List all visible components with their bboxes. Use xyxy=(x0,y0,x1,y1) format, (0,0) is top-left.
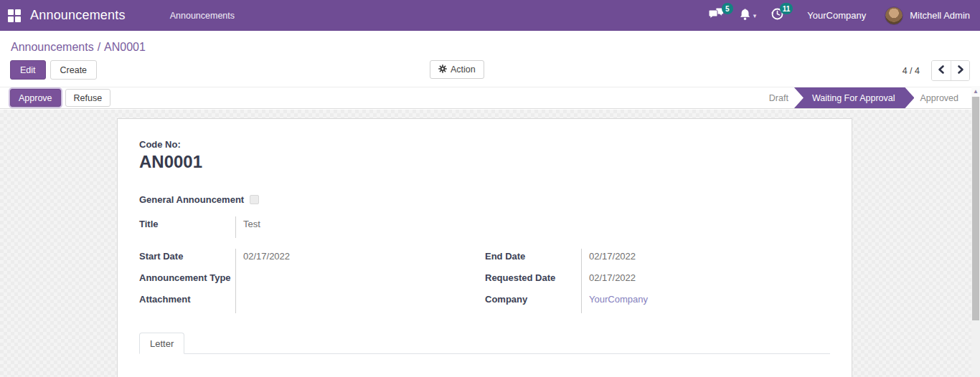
title-label: Title xyxy=(139,216,235,238)
pager-buttons xyxy=(931,60,970,81)
refuse-button[interactable]: Refuse xyxy=(65,89,111,107)
breadcrumb-current: AN0001 xyxy=(104,41,146,53)
announcement-type-value xyxy=(235,270,485,292)
app-brand-title[interactable]: Announcements xyxy=(30,8,126,23)
apps-menu-button[interactable] xyxy=(0,0,29,31)
breadcrumb-parent-link[interactable]: Announcements xyxy=(11,41,94,53)
end-date-label: End Date xyxy=(485,249,581,270)
form-buttons: Edit Create xyxy=(10,60,97,80)
user-avatar xyxy=(885,6,903,25)
start-date-row: Start Date 02/17/2022 xyxy=(139,249,485,270)
app-window: Announcements Announcements 5 xyxy=(0,0,980,377)
top-navbar: Announcements Announcements 5 xyxy=(0,0,980,31)
pager: 4 / 4 xyxy=(903,60,970,81)
start-date-label: Start Date xyxy=(139,249,235,270)
stage-waiting-for-approval[interactable]: Waiting For Approval xyxy=(794,87,915,108)
pager-previous-button[interactable] xyxy=(932,61,951,80)
bell-icon xyxy=(739,8,751,24)
tab-letter[interactable]: Letter xyxy=(139,333,184,354)
scrollbar-thumb[interactable] xyxy=(972,97,979,320)
code-no-label: Code No: xyxy=(139,139,830,150)
control-panel: Announcements/AN0001 Edit Create xyxy=(0,31,980,87)
stage-approved[interactable]: Approved xyxy=(915,87,963,108)
company-link[interactable]: YourCompany xyxy=(581,292,830,313)
user-name: Mitchell Admin xyxy=(910,10,970,21)
activities-button[interactable]: 11 xyxy=(763,0,791,31)
pager-next-button[interactable] xyxy=(951,61,969,80)
action-label: Action xyxy=(451,65,476,75)
general-announcement-checkbox xyxy=(250,195,259,204)
requested-date-value: 02/17/2022 xyxy=(581,270,830,292)
attachment-row: Attachment xyxy=(139,292,485,313)
company-label: Company xyxy=(485,292,581,313)
status-stages: Draft Waiting For Approval Approved xyxy=(765,87,963,108)
general-announcement-row: General Announcement xyxy=(139,194,830,205)
tab-divider xyxy=(139,353,830,354)
company-row: Company YourCompany xyxy=(485,292,830,313)
fields-grid: Start Date 02/17/2022 Announcement Type … xyxy=(139,249,830,313)
general-announcement-label: General Announcement xyxy=(139,194,244,205)
attachment-label: Attachment xyxy=(139,292,235,313)
end-date-row: End Date 02/17/2022 xyxy=(485,249,830,270)
chevron-right-icon xyxy=(956,65,965,77)
record-code-heading: AN0001 xyxy=(139,152,830,172)
announcement-type-row: Announcement Type xyxy=(139,270,485,292)
caret-down-icon: ▾ xyxy=(753,12,757,19)
vertical-scrollbar[interactable]: ▲ xyxy=(971,86,980,377)
messages-button[interactable]: 5 xyxy=(701,0,732,31)
attachment-value xyxy=(235,292,485,313)
action-menu-button[interactable]: Action xyxy=(430,60,484,79)
start-date-value: 02/17/2022 xyxy=(235,249,485,270)
statusbar-buttons: Approve Refuse xyxy=(0,89,110,107)
announcement-type-label: Announcement Type xyxy=(139,270,235,292)
notebook-tabs: Letter xyxy=(139,332,830,354)
form-view-background: Code No: AN0001 General Announcement Tit… xyxy=(0,110,971,377)
form-sheet: Code No: AN0001 General Announcement Tit… xyxy=(117,118,852,377)
approve-button[interactable]: Approve xyxy=(10,89,61,107)
menu-announcements[interactable]: Announcements xyxy=(170,11,235,21)
title-field-row: Title Test xyxy=(139,216,486,238)
title-value: Test xyxy=(235,216,486,238)
edit-button[interactable]: Edit xyxy=(10,60,46,80)
fields-column-right: End Date 02/17/2022 Requested Date 02/17… xyxy=(485,249,830,313)
end-date-value: 02/17/2022 xyxy=(581,249,830,270)
statusbar: Approve Refuse Draft Waiting For Approva… xyxy=(0,87,971,109)
breadcrumb: Announcements/AN0001 xyxy=(11,41,146,54)
gear-icon xyxy=(438,65,447,75)
notifications-button[interactable]: ▾ xyxy=(732,0,764,31)
navbar-right: 5 ▾ 11 xyxy=(701,0,980,31)
scroll-up-button[interactable]: ▲ xyxy=(971,86,980,97)
fields-column-left: Start Date 02/17/2022 Announcement Type … xyxy=(139,249,485,313)
activities-badge: 11 xyxy=(780,3,793,14)
company-switcher[interactable]: YourCompany xyxy=(807,10,866,21)
create-button[interactable]: Create xyxy=(50,60,98,80)
requested-date-label: Requested Date xyxy=(485,270,581,292)
apps-grid-icon xyxy=(8,9,21,22)
chevron-left-icon xyxy=(937,65,946,77)
user-menu[interactable]: Mitchell Admin xyxy=(885,6,970,25)
stage-draft[interactable]: Draft xyxy=(765,87,793,108)
pager-count: 4 / 4 xyxy=(903,66,920,76)
requested-date-row: Requested Date 02/17/2022 xyxy=(485,270,830,292)
breadcrumb-separator: / xyxy=(98,41,100,53)
